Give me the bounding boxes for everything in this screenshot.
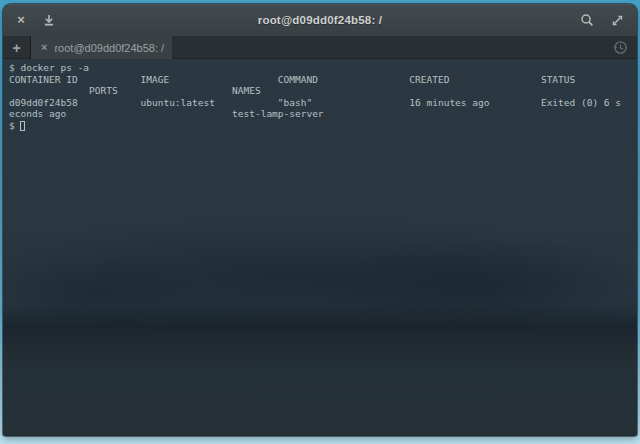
prompt-line: $: [9, 120, 637, 132]
desktop: { "window": { "title": "root@d09dd0f24b5…: [0, 0, 640, 444]
tab-close-icon[interactable]: ×: [41, 42, 47, 53]
history-button[interactable]: [613, 36, 637, 59]
search-button[interactable]: [579, 12, 595, 28]
terminal-screen[interactable]: $ docker ps -a CONTAINER ID IMAGE COMMAN…: [3, 59, 637, 436]
maximize-button[interactable]: [609, 12, 625, 28]
tabbar-empty-space: [173, 36, 613, 59]
terminal-cursor: [20, 121, 25, 131]
download-icon: [43, 14, 55, 26]
download-button[interactable]: [41, 12, 57, 28]
close-button[interactable]: ×: [13, 12, 29, 28]
titlebar: × root@d09dd0f24b58: /: [3, 4, 637, 36]
terminal-window: × root@d09dd0f24b58: /: [3, 4, 637, 436]
terminal-output: $ docker ps -a CONTAINER ID IMAGE COMMAN…: [9, 62, 621, 119]
titlebar-right-controls: [517, 12, 637, 28]
plus-icon: +: [12, 40, 20, 56]
history-icon: [613, 40, 628, 55]
terminal-text: $ docker ps -a CONTAINER ID IMAGE COMMAN…: [9, 62, 637, 131]
new-tab-button[interactable]: +: [3, 36, 31, 59]
tabbar: + × root@d09dd0f24b58: /: [3, 36, 637, 59]
titlebar-left-controls: ×: [3, 12, 123, 28]
close-icon: ×: [17, 12, 25, 28]
tab-label: root@d09dd0f24b58: /: [54, 42, 164, 54]
tab-root-session[interactable]: × root@d09dd0f24b58: /: [31, 36, 173, 59]
window-title: root@d09dd0f24b58: /: [123, 14, 517, 26]
search-icon: [580, 13, 594, 27]
expand-icon: [611, 14, 624, 27]
shell-prompt: $: [9, 120, 20, 131]
